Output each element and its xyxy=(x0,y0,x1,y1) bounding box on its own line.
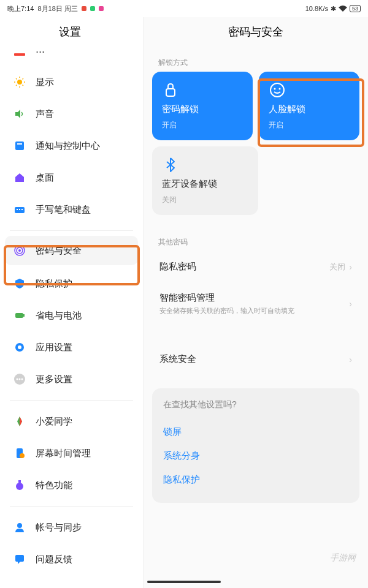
sidebar-item-label: 特色功能 xyxy=(36,480,72,491)
sidebar-item-label: 桌面 xyxy=(36,172,54,184)
feedback-icon xyxy=(13,553,26,565)
home-indicator[interactable] xyxy=(147,581,221,583)
card-bluetooth-unlock[interactable]: 蓝牙设备解锁 关闭 xyxy=(152,146,258,215)
item-title: 智能密码管理 xyxy=(159,292,294,304)
suggest-link-privacy[interactable]: 隐私保护 xyxy=(163,468,348,492)
svg-rect-33 xyxy=(166,89,175,96)
sidebar-item-display[interactable]: 显示 xyxy=(0,66,143,98)
divider xyxy=(10,506,133,507)
sidebar-item-account[interactable]: 帐号与同步 xyxy=(0,511,143,543)
sidebar-item-feedback[interactable]: 问题反馈 xyxy=(0,543,143,575)
keyboard-icon xyxy=(13,203,26,216)
svg-line-7 xyxy=(23,85,24,86)
svg-point-36 xyxy=(279,88,281,90)
battery-icon xyxy=(13,309,26,322)
sidebar-item-privacy[interactable]: 隐私保护 xyxy=(0,268,143,300)
item-smart-password[interactable]: 智能密码管理 安全储存账号关联的密码，输入时可自动填充 › xyxy=(152,282,359,325)
svg-point-22 xyxy=(18,345,21,349)
svg-rect-13 xyxy=(17,209,18,210)
sidebar-item-battery[interactable]: 省电与电池 xyxy=(0,300,143,331)
svg-point-1 xyxy=(17,80,22,85)
watermark: 手游网 xyxy=(330,552,356,564)
svg-point-18 xyxy=(18,249,21,252)
suggest-link-lockscreen[interactable]: 锁屏 xyxy=(163,420,348,444)
card-status: 开启 xyxy=(269,120,350,130)
card-status: 关闭 xyxy=(162,195,248,205)
shield-icon xyxy=(13,277,26,290)
sidebar-item-label: 显示 xyxy=(36,77,54,88)
statusbar-right: 10.8K/s ✱ 53 xyxy=(305,5,361,13)
item-subtitle: 安全储存账号关联的密码，输入时可自动填充 xyxy=(159,306,294,315)
settings-sidebar: 设置 ⋯ 显示 声音 通知与控制中心 桌面 手写笔和键盘 xyxy=(0,17,144,588)
card-face-unlock[interactable]: 人脸解锁 开启 xyxy=(259,72,359,140)
sidebar-item-label: 通知与控制中心 xyxy=(36,140,100,152)
sidebar-item-sound[interactable]: 声音 xyxy=(0,98,143,130)
divider xyxy=(10,230,133,231)
svg-point-31 xyxy=(17,523,22,528)
sidebar-item-label: 更多设置 xyxy=(36,374,72,385)
sidebar-item-partial[interactable]: ⋯ xyxy=(0,49,143,66)
sidebar-item-features[interactable]: 特色功能 xyxy=(0,469,143,501)
notif-dot-icon xyxy=(90,6,95,11)
wifi-icon xyxy=(339,6,347,12)
svg-rect-11 xyxy=(17,143,22,145)
bluetooth-icon: ✱ xyxy=(331,5,336,13)
page-title: 密码与安全 xyxy=(152,17,359,54)
svg-point-25 xyxy=(19,379,21,380)
lock-icon xyxy=(162,81,179,99)
item-title: 隐私密码 xyxy=(159,261,196,273)
svg-line-9 xyxy=(23,78,24,80)
sidebar-item-label: 帐号与同步 xyxy=(36,522,82,533)
svg-rect-30 xyxy=(18,480,21,483)
sidebar-item-stylus-keyboard[interactable]: 手写笔和键盘 xyxy=(0,194,143,225)
card-status: 开启 xyxy=(162,120,243,130)
svg-rect-20 xyxy=(23,314,25,317)
sidebar-item-home[interactable]: 桌面 xyxy=(0,162,143,194)
item-privacy-password[interactable]: 隐私密码 关闭› xyxy=(152,251,359,282)
sun-icon xyxy=(13,76,26,88)
sidebar-item-xiaoai[interactable]: 小爱同学 xyxy=(0,405,143,437)
network-speed: 10.8K/s xyxy=(305,5,328,12)
suggestions-box: 在查找其他设置吗? 锁屏 系统分身 隐私保护 xyxy=(152,388,359,503)
suggest-link-second-space[interactable]: 系统分身 xyxy=(163,444,348,468)
sidebar-item-apps[interactable]: 应用设置 xyxy=(0,331,143,363)
gear-icon xyxy=(13,341,26,353)
chevron-right-icon: › xyxy=(349,262,352,272)
svg-line-8 xyxy=(16,85,17,86)
sidebar-item-more[interactable]: 更多设置 xyxy=(0,363,143,395)
ai-icon xyxy=(13,415,26,428)
sidebar-item-label: 应用设置 xyxy=(36,342,72,353)
card-title: 密码解锁 xyxy=(162,104,243,115)
card-title: 蓝牙设备解锁 xyxy=(162,178,248,190)
sidebar-item-label: 隐私保护 xyxy=(36,278,72,290)
home-icon xyxy=(13,172,26,184)
item-status: 关闭 xyxy=(329,262,345,273)
card-password-unlock[interactable]: 密码解锁 开启 xyxy=(152,72,253,140)
sidebar-item-screentime[interactable]: 屏幕时间管理 xyxy=(0,437,143,469)
chevron-right-icon: › xyxy=(349,355,352,364)
svg-rect-15 xyxy=(21,209,23,210)
sidebar-item-notifications[interactable]: 通知与控制中心 xyxy=(0,130,143,162)
svg-rect-0 xyxy=(14,53,25,56)
sidebar-item-label: 声音 xyxy=(36,108,54,120)
sidebar-item-label: 密码与安全 xyxy=(36,245,82,257)
svg-rect-14 xyxy=(19,209,20,210)
notif-dot-icon xyxy=(99,6,104,11)
notif-icon xyxy=(13,140,26,152)
sidebar-item-password-security[interactable]: 密码与安全 xyxy=(5,236,138,265)
status-time: 晚上7:14 xyxy=(7,4,34,13)
speaker-icon xyxy=(13,108,26,120)
divider xyxy=(10,400,133,401)
notif-dot-icon xyxy=(82,6,86,11)
sidebar-item-label: 小爱同学 xyxy=(36,416,72,428)
section-label-other: 其他密码 xyxy=(152,233,359,251)
svg-line-6 xyxy=(16,78,17,80)
dots-icon xyxy=(13,373,26,385)
sidebar-title: 设置 xyxy=(0,17,143,49)
battery-icon: 53 xyxy=(350,5,361,12)
screentime-icon xyxy=(13,447,26,459)
bluetooth-icon xyxy=(162,156,179,173)
item-system-security[interactable]: 系统安全 › xyxy=(152,344,359,375)
special-icon xyxy=(13,479,26,491)
account-icon xyxy=(13,521,26,533)
